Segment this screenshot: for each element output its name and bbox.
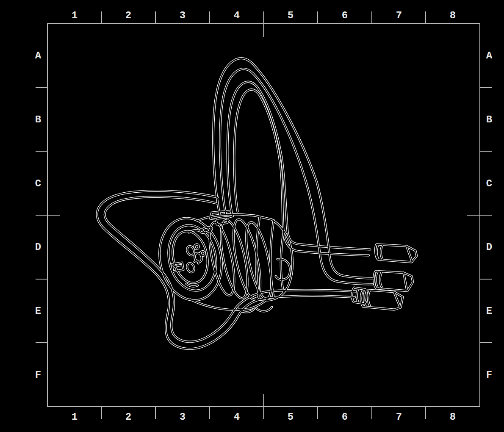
grid-label-left-rowD: D <box>35 241 41 253</box>
figure-line-halo <box>97 58 417 349</box>
grid-label-right-rowA: A <box>486 50 492 61</box>
grid-label-bottom-col7: 7 <box>396 411 402 423</box>
grid-label-right-rowE: E <box>486 305 492 317</box>
grid-label-top-col7: 7 <box>396 10 402 21</box>
cable-connector-assembly-drawing <box>0 0 504 432</box>
grid-label-bottom-col3: 3 <box>180 411 186 423</box>
grid-label-right-rowB: B <box>486 114 492 125</box>
grid-label-bottom-col4: 4 <box>234 411 240 423</box>
grid-label-left-rowC: C <box>35 178 41 189</box>
grid-label-right-rowC: C <box>486 178 492 189</box>
grid-label-bottom-col8: 8 <box>450 411 456 423</box>
grid-label-bottom-col5: 5 <box>288 411 294 423</box>
grid-label-top-col6: 6 <box>342 10 348 21</box>
grid-label-bottom-col2: 2 <box>125 411 131 423</box>
grid-label-left-rowE: E <box>35 305 41 317</box>
grid-label-top-col8: 8 <box>450 10 456 21</box>
grid-label-top-col4: 4 <box>234 10 240 21</box>
grid-label-left-rowA: A <box>35 50 41 61</box>
grid-label-top-col5: 5 <box>288 10 294 21</box>
grid-label-right-rowF: F <box>486 369 492 381</box>
grid-label-left-rowF: F <box>35 369 41 381</box>
grid-label-top-col2: 2 <box>125 10 131 21</box>
grid-label-bottom-col1: 1 <box>72 411 78 423</box>
grid-label-top-col3: 3 <box>180 10 186 21</box>
drawing-border <box>47 24 480 407</box>
grid-label-left-rowB: B <box>35 114 41 125</box>
top-tick-marks <box>102 11 426 37</box>
drawing-sheet: 1 2 3 4 5 6 7 8 1 2 3 4 5 6 7 8 A B C D … <box>0 0 504 432</box>
grid-label-bottom-col6: 6 <box>342 411 348 423</box>
grid-label-top-col1: 1 <box>72 10 78 21</box>
grid-label-right-rowD: D <box>486 241 492 253</box>
